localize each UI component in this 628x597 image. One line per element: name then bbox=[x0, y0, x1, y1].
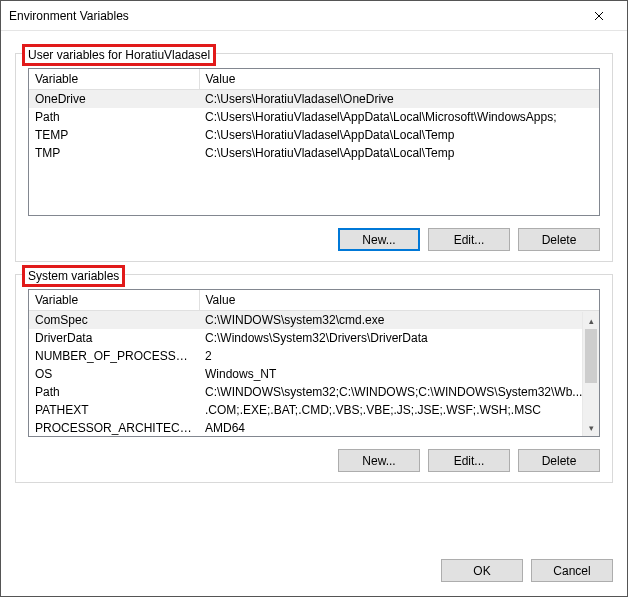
cell-val: C:\Users\HoratiuVladasel\AppData\Local\T… bbox=[199, 126, 599, 144]
system-button-row: New... Edit... Delete bbox=[28, 449, 600, 472]
ok-button[interactable]: OK bbox=[441, 559, 523, 582]
dialog-content: User variables for HoratiuVladasel Varia… bbox=[1, 31, 627, 549]
user-variables-group: User variables for HoratiuVladasel Varia… bbox=[15, 53, 613, 262]
user-new-button[interactable]: New... bbox=[338, 228, 420, 251]
cell-val: C:\WINDOWS\system32;C:\WINDOWS;C:\WINDOW… bbox=[199, 383, 599, 401]
cell-var: PATHEXT bbox=[29, 401, 199, 419]
table-row[interactable]: TMP C:\Users\HoratiuVladasel\AppData\Loc… bbox=[29, 144, 599, 162]
cell-var: Path bbox=[29, 383, 199, 401]
system-delete-button[interactable]: Delete bbox=[518, 449, 600, 472]
table-row[interactable]: NUMBER_OF_PROCESSORS 2 bbox=[29, 347, 599, 365]
system-group-legend: System variables bbox=[22, 265, 125, 287]
scroll-thumb[interactable] bbox=[585, 329, 597, 383]
user-delete-button[interactable]: Delete bbox=[518, 228, 600, 251]
table-row[interactable]: OneDrive C:\Users\HoratiuVladasel\OneDri… bbox=[29, 90, 599, 109]
scroll-track[interactable] bbox=[583, 329, 599, 419]
table-row[interactable]: OS Windows_NT bbox=[29, 365, 599, 383]
cell-var: Path bbox=[29, 108, 199, 126]
user-variables-table[interactable]: Variable Value OneDrive C:\Users\Horatiu… bbox=[28, 68, 600, 216]
system-scrollbar[interactable]: ▴ ▾ bbox=[582, 312, 599, 436]
cell-var: NUMBER_OF_PROCESSORS bbox=[29, 347, 199, 365]
close-icon bbox=[594, 11, 604, 21]
titlebar: Environment Variables bbox=[1, 1, 627, 31]
cell-var: DriverData bbox=[29, 329, 199, 347]
window-title: Environment Variables bbox=[9, 9, 579, 23]
table-row[interactable]: Path C:\Users\HoratiuVladasel\AppData\Lo… bbox=[29, 108, 599, 126]
cell-var: TEMP bbox=[29, 126, 199, 144]
env-vars-dialog: Environment Variables User variables for… bbox=[0, 0, 628, 597]
scroll-down-icon[interactable]: ▾ bbox=[583, 419, 599, 436]
cell-val: C:\WINDOWS\system32\cmd.exe bbox=[199, 311, 599, 330]
user-edit-button[interactable]: Edit... bbox=[428, 228, 510, 251]
scroll-up-icon[interactable]: ▴ bbox=[583, 312, 599, 329]
cell-val: C:\Users\HoratiuVladasel\AppData\Local\T… bbox=[199, 144, 599, 162]
cell-var: ComSpec bbox=[29, 311, 199, 330]
cell-val: AMD64 bbox=[199, 419, 599, 437]
col-header-value[interactable]: Value bbox=[199, 69, 599, 90]
user-button-row: New... Edit... Delete bbox=[28, 228, 600, 251]
cell-val: .COM;.EXE;.BAT;.CMD;.VBS;.VBE;.JS;.JSE;.… bbox=[199, 401, 599, 419]
cell-val: C:\Users\HoratiuVladasel\AppData\Local\M… bbox=[199, 108, 599, 126]
cell-val: C:\Users\HoratiuVladasel\OneDrive bbox=[199, 90, 599, 109]
system-variables-table[interactable]: Variable Value ComSpec C:\WINDOWS\system… bbox=[28, 289, 600, 437]
cell-val: C:\Windows\System32\Drivers\DriverData bbox=[199, 329, 599, 347]
cell-var: TMP bbox=[29, 144, 199, 162]
cell-var: OS bbox=[29, 365, 199, 383]
table-row[interactable]: PATHEXT .COM;.EXE;.BAT;.CMD;.VBS;.VBE;.J… bbox=[29, 401, 599, 419]
table-row[interactable]: TEMP C:\Users\HoratiuVladasel\AppData\Lo… bbox=[29, 126, 599, 144]
col-header-variable[interactable]: Variable bbox=[29, 69, 199, 90]
table-row[interactable]: DriverData C:\Windows\System32\Drivers\D… bbox=[29, 329, 599, 347]
close-button[interactable] bbox=[579, 2, 619, 30]
cancel-button[interactable]: Cancel bbox=[531, 559, 613, 582]
cell-var: OneDrive bbox=[29, 90, 199, 109]
user-group-legend: User variables for HoratiuVladasel bbox=[22, 44, 216, 66]
table-row[interactable]: PROCESSOR_ARCHITECTURE AMD64 bbox=[29, 419, 599, 437]
col-header-value[interactable]: Value bbox=[199, 290, 599, 311]
system-edit-button[interactable]: Edit... bbox=[428, 449, 510, 472]
system-variables-group: System variables Variable Value ComSpec … bbox=[15, 274, 613, 483]
dialog-footer: OK Cancel bbox=[1, 549, 627, 596]
cell-var: PROCESSOR_ARCHITECTURE bbox=[29, 419, 199, 437]
col-header-variable[interactable]: Variable bbox=[29, 290, 199, 311]
cell-val: 2 bbox=[199, 347, 599, 365]
cell-val: Windows_NT bbox=[199, 365, 599, 383]
table-row[interactable]: ComSpec C:\WINDOWS\system32\cmd.exe bbox=[29, 311, 599, 330]
table-row[interactable]: Path C:\WINDOWS\system32;C:\WINDOWS;C:\W… bbox=[29, 383, 599, 401]
system-new-button[interactable]: New... bbox=[338, 449, 420, 472]
